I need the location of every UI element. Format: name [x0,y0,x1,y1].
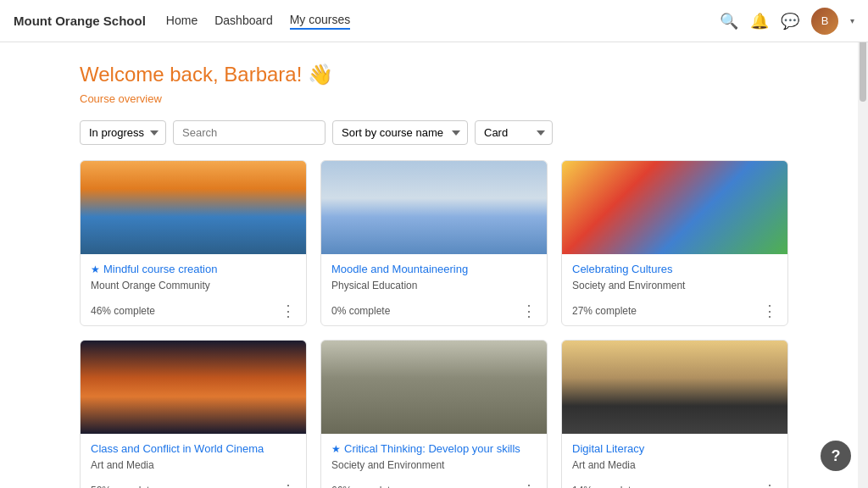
course-card: Moodle and MountaineeringPhysical Educat… [320,160,548,326]
course-progress: 27% complete [572,305,637,317]
navbar-right: 🔍 🔔 💬 B ▾ [720,8,854,35]
course-image [562,161,787,254]
course-image [321,161,547,254]
course-image [81,341,306,434]
course-progress: 0% complete [331,305,390,317]
course-more-button[interactable]: ⋮ [521,483,537,488]
course-card: ★Mindful course creationMount Orange Com… [80,160,307,326]
search-button[interactable]: 🔍 [720,12,738,30]
chevron-down-icon: ▾ [850,16,854,25]
nav-links: HomeDashboardMy courses [166,13,720,30]
scrollbar[interactable] [858,0,868,488]
search-icon: 🔍 [720,12,738,30]
search-input[interactable] [173,120,326,145]
brand-logo: Mount Orange School [14,14,146,28]
course-card: Class and Conflict in World CinemaArt an… [80,340,307,488]
status-filter[interactable]: In progress All Completed Not started [80,120,166,145]
course-card: ★Critical Thinking: Develop your skillsS… [320,340,548,488]
main-content: Welcome back, Barbara! 👋 Course overview… [53,42,815,488]
course-category: Mount Orange Community [91,280,296,291]
course-card: Celebrating CulturesSociety and Environm… [561,160,788,326]
course-image [562,341,787,434]
star-icon: ★ [331,443,341,457]
avatar[interactable]: B [811,8,838,35]
course-image [321,341,547,434]
course-progress: 66% complete [331,485,396,488]
sort-filter[interactable]: Sort by course name Sort by last accesse… [332,120,468,145]
course-title[interactable]: Digital Literacy [572,442,777,457]
course-category: Art and Media [572,459,777,471]
course-progress: 46% complete [91,305,155,317]
navbar: Mount Orange School HomeDashboardMy cour… [0,0,868,42]
course-progress: 14% complete [572,485,637,488]
course-progress: 50% complete [91,485,155,488]
course-more-button[interactable]: ⋮ [281,483,296,488]
welcome-title: Welcome back, Barbara! 👋 [80,63,788,86]
course-title[interactable]: Celebrating Cultures [572,263,777,277]
course-more-button[interactable]: ⋮ [762,303,777,319]
filter-bar: In progress All Completed Not started So… [80,120,788,145]
course-category: Society and Environment [331,459,537,471]
course-overview-link[interactable]: Course overview [80,92,162,105]
course-card: Digital LiteracyArt and Media14% complet… [561,340,788,488]
chat-icon: 💬 [781,12,799,30]
course-more-button[interactable]: ⋮ [281,303,296,319]
help-button[interactable]: ? [821,441,851,471]
course-title[interactable]: ★Critical Thinking: Develop your skills [331,442,537,457]
course-category: Art and Media [91,459,296,471]
course-grid: ★Mindful course creationMount Orange Com… [80,160,788,488]
course-title[interactable]: ★Mindful course creation [91,263,296,277]
bell-icon: 🔔 [750,12,769,30]
course-image [81,161,306,254]
course-title[interactable]: Class and Conflict in World Cinema [91,442,296,457]
course-title[interactable]: Moodle and Mountaineering [331,263,537,277]
nav-link-home[interactable]: Home [166,14,198,29]
course-category: Physical Education [331,280,537,291]
view-filter[interactable]: Card List Summary [475,120,553,145]
messages-button[interactable]: 💬 [781,12,799,30]
star-icon: ★ [91,263,100,277]
course-more-button[interactable]: ⋮ [762,483,777,488]
course-category: Society and Environment [572,280,777,291]
nav-link-my-courses[interactable]: My courses [290,13,351,30]
notifications-button[interactable]: 🔔 [750,12,769,30]
nav-link-dashboard[interactable]: Dashboard [214,14,273,29]
course-more-button[interactable]: ⋮ [521,303,537,319]
